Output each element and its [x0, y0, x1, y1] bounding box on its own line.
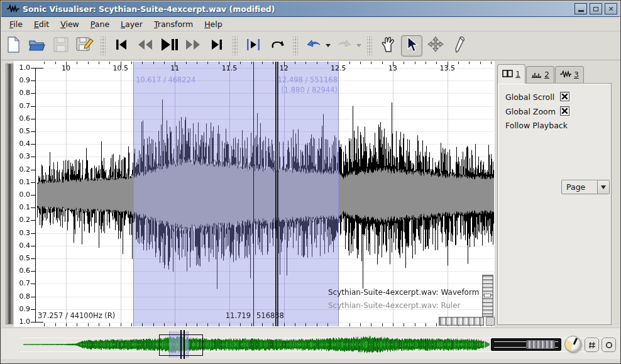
pane-tab-2[interactable]: 2: [526, 66, 554, 83]
maximize-button[interactable]: [590, 3, 602, 14]
menu-transform[interactable]: Transform: [148, 18, 199, 30]
horizontal-zoom-thumbwheel[interactable]: [439, 317, 484, 326]
arrow-cursor-icon: [405, 36, 419, 55]
time-tick-label: 11.5: [222, 64, 238, 72]
navigate-tool-button[interactable]: [377, 35, 398, 57]
amplitude-tick: [31, 258, 35, 259]
global-zoom-checkbox[interactable]: [560, 106, 569, 116]
new-session-button[interactable]: [3, 35, 24, 57]
undo-button-dropdown-caret[interactable]: [326, 44, 331, 47]
follow-playback-label: Follow Playback: [505, 121, 568, 130]
time-tick-label: 11: [170, 64, 179, 72]
amplitude-axis: 1.00.90.80.70.60.50.40.30.20.10.00.10.20…: [14, 61, 36, 327]
play-pause-button[interactable]: [158, 35, 180, 57]
time-tick-label: 10: [62, 64, 70, 72]
overview-panel: [1, 328, 620, 359]
close-button[interactable]: ✕: [605, 3, 617, 14]
amplitude-tick-label: 0.3: [11, 229, 30, 237]
center-time-label: 11.719: [226, 311, 251, 320]
menu-help[interactable]: Help: [199, 18, 228, 30]
play-selection-icon: [246, 38, 261, 53]
menu-file[interactable]: File: [4, 18, 28, 30]
circle-button[interactable]: [602, 338, 616, 352]
app-window: Sonic Visualiser: Scythian-Suite-4excerp…: [0, 0, 621, 364]
rewind-to-start-button[interactable]: [111, 35, 132, 57]
duration-samplerate-label: 37.257 / 44100Hz (R): [38, 311, 115, 320]
menu-layer[interactable]: Layer: [115, 18, 148, 30]
save-session-button[interactable]: [50, 35, 72, 57]
select-tool-button[interactable]: [401, 35, 422, 57]
amplitude-tick-label: 0.5: [11, 127, 30, 135]
move-tool-button[interactable]: [425, 35, 446, 57]
play-pause-icon: [160, 38, 178, 54]
amplitude-tick-label: 1.0: [11, 317, 30, 326]
toolbar-separator: [233, 36, 238, 55]
fast-forward-icon: [185, 38, 201, 53]
draw-tool-button[interactable]: [449, 35, 470, 57]
hash-button[interactable]: [585, 338, 599, 352]
fader-handle[interactable]: [526, 340, 555, 349]
amplitude-tick-label: 0.0: [11, 190, 30, 199]
menu-bar: FileEditViewPaneLayerTransformHelp: [1, 17, 620, 31]
global-scroll-checkbox[interactable]: [560, 92, 569, 101]
loop-playback-button[interactable]: [267, 35, 288, 57]
toolbar-separator: [101, 36, 106, 55]
amplitude-tick-label: 0.7: [11, 102, 30, 110]
time-tick-label: 12.5: [331, 64, 346, 72]
minimize-icon: [578, 10, 584, 12]
open-session-button[interactable]: [26, 35, 48, 57]
amplitude-tick: [31, 246, 35, 246]
toolbar: [1, 31, 620, 60]
amplitude-tick-label: 0.9: [11, 76, 30, 84]
amplitude-tick-label: 0.9: [11, 305, 30, 313]
playback-speed-knob[interactable]: [564, 336, 581, 353]
axis-top-cap: [36, 68, 43, 69]
playback-volume-fader[interactable]: [491, 338, 561, 351]
menu-pane[interactable]: Pane: [85, 18, 115, 30]
fast-forward-button[interactable]: [182, 35, 204, 57]
layer-label-ruler: Scythian-Suite-4excerpt.wav: Ruler: [328, 301, 461, 310]
pane-tab-1[interactable]: 1: [497, 64, 525, 84]
play-selection-button[interactable]: [243, 35, 264, 57]
amplitude-tick: [31, 170, 35, 170]
amplitude-tick-label: 0.8: [11, 292, 30, 301]
redo-button[interactable]: [334, 35, 355, 57]
waveform-pane[interactable]: [36, 62, 494, 326]
combo-dropdown-button[interactable]: [597, 180, 609, 194]
minimize-button[interactable]: [574, 3, 587, 14]
menu-view[interactable]: View: [55, 18, 85, 30]
move-icon: [427, 36, 444, 55]
amplitude-tick: [31, 80, 35, 81]
amplitude-tick-label: 0.8: [11, 89, 30, 97]
amplitude-tick-label: 0.7: [11, 279, 30, 287]
follow-playback-select[interactable]: Page: [561, 180, 610, 194]
chevron-down-icon: [601, 185, 606, 189]
undo-icon: [305, 38, 322, 53]
undo-button[interactable]: [303, 35, 324, 57]
vertical-zoom-thumbwheel[interactable]: [482, 275, 493, 317]
menu-edit[interactable]: Edit: [28, 18, 55, 30]
pane-tab-3[interactable]: 3: [555, 66, 584, 83]
amplitude-tick: [31, 322, 35, 323]
redo-button-dropdown-caret[interactable]: [356, 44, 361, 47]
rewind-button[interactable]: [135, 35, 156, 57]
zoom-reset-button[interactable]: [486, 317, 495, 326]
selection-end-label: 12.498 / 551168: [278, 75, 338, 84]
time-tick-label: 13.5: [439, 64, 455, 72]
redo-icon: [336, 38, 353, 53]
forward-to-end-button[interactable]: [206, 35, 228, 57]
save-disk-icon: [53, 36, 69, 55]
pencil-icon: [453, 36, 466, 56]
save-session-as-button[interactable]: [74, 35, 96, 57]
title-bar[interactable]: Sonic Visualiser: Scythian-Suite-4excerp…: [1, 1, 620, 17]
global-zoom-label: Global Zoom: [505, 107, 556, 116]
follow-playback-value: Page: [562, 182, 597, 192]
amplitude-tick: [31, 284, 35, 284]
hand-icon: [380, 36, 395, 55]
overview-playhead-cursor[interactable]: [180, 330, 185, 359]
rewind-icon: [137, 38, 153, 53]
toolbar-separator: [367, 36, 372, 55]
tab-label: 1: [515, 70, 520, 79]
amplitude-tick-label: 0.3: [11, 152, 30, 160]
skip-end-icon: [210, 38, 224, 53]
